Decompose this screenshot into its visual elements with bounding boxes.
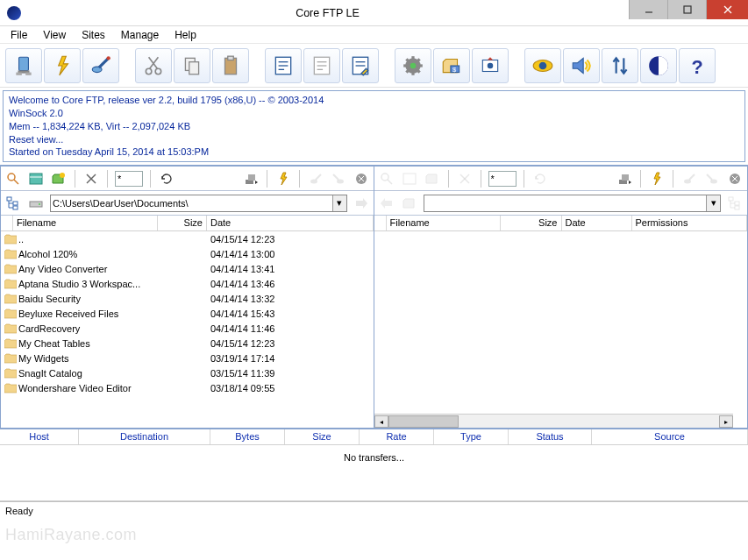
edit-button[interactable] [265, 48, 302, 83]
col-filename[interactable]: Filename [13, 216, 158, 230]
queue-body[interactable]: No transfers... [0, 445, 748, 501]
qcol-type[interactable]: Type [434, 429, 509, 444]
svg-line-14 [150, 57, 159, 68]
table-row[interactable]: SnagIt Catalog03/15/14 11:39 [1, 365, 374, 380]
path-combo[interactable]: C:\Users\DearUser\Documents\ ▾ [50, 195, 347, 212]
minimize-button[interactable] [629, 0, 667, 19]
folder-up-icon[interactable] [401, 195, 418, 212]
site-manager-button[interactable] [5, 48, 42, 83]
table-row[interactable]: Baidu Security04/14/14 13:32 [1, 291, 374, 306]
col-filename[interactable]: Filename [387, 216, 501, 230]
stop-icon[interactable] [353, 170, 370, 188]
chevron-down-icon[interactable]: ▾ [706, 195, 720, 211]
table-row[interactable]: Beyluxe Received Files04/14/14 15:43 [1, 306, 374, 321]
plug2-icon[interactable] [330, 170, 347, 188]
quick-connect-button[interactable] [44, 48, 81, 83]
qcol-dest[interactable]: Destination [79, 429, 210, 444]
folder-icon [4, 279, 17, 289]
refresh-icon[interactable] [531, 170, 549, 188]
main-toolbar: $ ? [0, 44, 748, 88]
col-date[interactable]: Date [207, 216, 374, 230]
download-icon[interactable] [648, 170, 666, 188]
title-bar: Core FTP LE [0, 0, 748, 26]
delete-icon[interactable] [82, 170, 100, 188]
table-row[interactable]: Alcohol 120%04/14/14 13:00 [1, 246, 374, 261]
plug-icon[interactable] [307, 170, 324, 188]
chevron-down-icon[interactable]: ▾ [332, 195, 346, 211]
table-row[interactable]: ..04/15/14 12:23 [1, 231, 374, 246]
search-icon[interactable] [378, 170, 395, 188]
drive-icon[interactable] [27, 195, 45, 212]
file-name: My Cheat Tables [18, 338, 90, 349]
tree-icon[interactable] [726, 195, 744, 212]
table-row[interactable]: Wondershare Video Editor03/18/14 09:55 [1, 380, 374, 395]
copy-button[interactable] [174, 48, 210, 83]
settings-button[interactable] [395, 48, 431, 83]
qcol-source[interactable]: Source [592, 429, 748, 444]
filter-input[interactable] [115, 171, 143, 187]
col-size[interactable]: Size [501, 216, 562, 230]
qcol-host[interactable]: Host [0, 429, 79, 444]
filter-input[interactable] [488, 171, 516, 187]
table-row[interactable]: My Cheat Tables04/15/14 12:23 [1, 336, 374, 351]
stop-icon[interactable] [726, 170, 744, 188]
view-mode-button[interactable] [524, 48, 561, 83]
reconnect-button[interactable] [82, 48, 119, 83]
col-size[interactable]: Size [158, 216, 207, 230]
local-file-list[interactable]: ..04/15/14 12:23Alcohol 120%04/14/14 13:… [1, 231, 374, 428]
search-icon[interactable] [4, 170, 22, 188]
table-row[interactable]: Any Video Converter04/14/14 13:41 [1, 261, 374, 276]
cut-button[interactable] [135, 48, 172, 83]
upload-icon[interactable] [274, 170, 292, 188]
table-row[interactable]: My Widgets03/19/14 17:14 [1, 351, 374, 365]
view-button[interactable] [303, 48, 340, 83]
col-date[interactable]: Date [562, 216, 632, 230]
menu-help[interactable]: Help [167, 27, 203, 43]
qcol-rate[interactable]: Rate [360, 429, 434, 444]
table-row[interactable]: CardRecovery04/14/14 11:46 [1, 321, 374, 336]
plug2-icon[interactable] [703, 170, 721, 188]
qcol-size[interactable]: Size [285, 429, 360, 444]
qcol-bytes[interactable]: Bytes [210, 429, 285, 444]
qcol-status[interactable]: Status [509, 429, 592, 444]
view-style-icon[interactable] [27, 170, 45, 188]
delete-icon[interactable] [456, 170, 474, 188]
local-list-header: Filename Size Date [1, 216, 374, 231]
col-perms[interactable]: Permissions [632, 216, 748, 230]
view-style-icon[interactable] [401, 170, 418, 188]
close-button[interactable] [706, 0, 748, 19]
transfer-mode-icon[interactable] [616, 170, 633, 188]
schedule-button[interactable]: $ [433, 48, 470, 83]
help-button[interactable]: ? [679, 48, 716, 83]
menu-manage[interactable]: Manage [114, 27, 166, 43]
about-button[interactable] [640, 48, 677, 83]
plug-icon[interactable] [680, 170, 698, 188]
edit-remote-button[interactable] [342, 48, 379, 83]
maximize-button[interactable] [667, 0, 706, 19]
status-bar: Ready [0, 501, 748, 519]
svg-rect-1 [684, 6, 691, 13]
menu-sites[interactable]: Sites [75, 27, 112, 43]
folder-icon [4, 338, 17, 349]
file-date: 03/18/14 09:55 [207, 383, 374, 393]
svg-rect-4 [19, 57, 29, 70]
back-icon[interactable] [378, 195, 395, 212]
menu-file[interactable]: File [4, 27, 34, 43]
tree-icon[interactable] [4, 195, 22, 212]
new-folder-icon[interactable] [50, 170, 68, 188]
table-row[interactable]: Aptana Studio 3 Workspac...04/14/14 13:4… [1, 276, 374, 291]
file-date: 04/14/14 13:00 [207, 249, 374, 259]
transfer-mode-icon[interactable] [242, 170, 260, 188]
compare-button[interactable] [602, 48, 638, 83]
refresh-icon[interactable] [158, 170, 175, 188]
go-icon[interactable] [353, 195, 370, 212]
paste-button[interactable] [212, 48, 249, 83]
remote-path-combo[interactable]: ▾ [424, 195, 722, 212]
log-area[interactable]: Welcome to Core FTP, release ver 2.2, bu… [3, 90, 745, 162]
activation-button[interactable] [472, 48, 509, 83]
sounds-button[interactable] [563, 48, 600, 83]
menu-view[interactable]: View [36, 27, 73, 43]
new-folder-icon[interactable] [424, 170, 441, 188]
remote-file-list[interactable]: ◂ ▸ [374, 231, 748, 428]
remote-list-header: Filename Size Date Permissions [374, 216, 748, 231]
